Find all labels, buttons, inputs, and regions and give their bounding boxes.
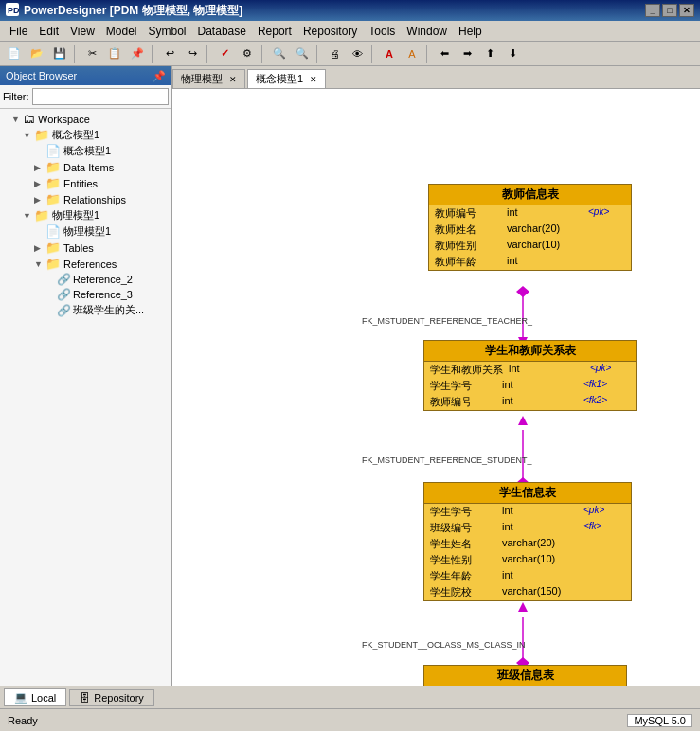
tree-item-entities[interactable]: ▶ 📁 Entities	[0, 175, 171, 191]
workspace-label: Workspace	[38, 114, 90, 125]
tab-concept[interactable]: 概念模型1 ✕	[247, 69, 326, 88]
tree-item-reference-2[interactable]: 🔗 Reference_2	[0, 272, 171, 287]
table-student-row-5: 学生年龄 int	[424, 568, 631, 584]
tab-repository-label: Repository	[94, 692, 144, 704]
minimize-button[interactable]: _	[645, 4, 660, 17]
align-right-button[interactable]: ➡	[457, 45, 477, 63]
class-student-ref-label: 班级学生的关...	[73, 303, 144, 317]
color-button[interactable]: A	[402, 45, 422, 63]
tree-item-reference-3[interactable]: 🔗 Reference_3	[0, 287, 171, 302]
align-bottom-button[interactable]: ⬇	[502, 45, 523, 63]
menu-model[interactable]: Model	[100, 23, 143, 40]
table-student-row-6: 学生院校 varchar(150)	[424, 584, 631, 600]
gen-button[interactable]: ⚙	[237, 45, 258, 63]
physical-folder-icon: 📁	[34, 208, 49, 223]
menu-window[interactable]: Window	[401, 23, 453, 40]
table-student-row-1: 学生学号 int <pk>	[424, 504, 631, 520]
menu-tools[interactable]: Tools	[363, 23, 401, 40]
db-version-badge: MySQL 5.0	[627, 714, 692, 727]
tab-local[interactable]: 💻 Local	[4, 688, 66, 706]
undo-button[interactable]: ↩	[159, 45, 180, 63]
table-student[interactable]: 学生信息表 学生学号 int <pk> 班级编号 int <fk> 学生姓名 v…	[423, 482, 632, 601]
tree-item-concept-model-folder[interactable]: ▼ 📁 概念模型1	[0, 127, 171, 143]
concept-model-folder-label: 概念模型1	[52, 128, 99, 142]
tab-physical-label: 物理模型	[181, 73, 223, 84]
menu-edit[interactable]: Edit	[33, 23, 64, 40]
tree-item-concept-model-doc[interactable]: 📄 概念模型1	[0, 143, 171, 159]
table-class[interactable]: 班级信息表 班级编号 int <pk> 班级名称 varchar(50) 班级人…	[423, 665, 627, 686]
ob-tree: ▼ 🗂 Workspace ▼ 📁 概念模型1 📄 概念模型1	[0, 109, 171, 686]
tab-physical-close[interactable]: ✕	[229, 75, 237, 84]
main-area: Object Browser 📌 Filter: ✕ ↺ ▼ 🗂 Workspa…	[0, 66, 700, 686]
tree-item-workspace[interactable]: ▼ 🗂 Workspace	[0, 111, 171, 127]
table-relation-row-2: 学生学号 int <fk1>	[424, 378, 636, 394]
menu-help[interactable]: Help	[453, 23, 488, 40]
new-button[interactable]: 📄	[4, 45, 25, 63]
maximize-button[interactable]: □	[662, 4, 677, 17]
tab-bar: 物理模型 ✕ 概念模型1 ✕ ✕	[172, 66, 700, 89]
font-button[interactable]: A	[379, 45, 400, 63]
preview-button[interactable]: 👁	[347, 45, 368, 63]
tab-repository[interactable]: 🗄 Repository	[69, 689, 154, 706]
align-left-button[interactable]: ⬅	[434, 45, 455, 63]
close-button[interactable]: ✕	[679, 4, 694, 17]
menu-repository[interactable]: Repository	[297, 23, 363, 40]
title-bar: PD PowerDesigner [PDM 物理模型, 物理模型] _ □ ✕	[0, 0, 700, 21]
check-button[interactable]: ✓	[214, 45, 235, 63]
tree-item-tables[interactable]: ▶ 📁 Tables	[0, 240, 171, 256]
tree-item-class-student-ref[interactable]: 🔗 班级学生的关...	[0, 302, 171, 318]
svg-marker-4	[516, 286, 529, 297]
copy-button[interactable]: 📋	[104, 45, 125, 63]
table-student-row-2: 班级编号 int <fk>	[424, 520, 631, 536]
ob-pin-icon[interactable]: 📌	[153, 70, 166, 82]
zoom-out-button[interactable]: 🔍	[292, 45, 313, 63]
filter-input[interactable]	[32, 88, 169, 105]
tab-concept-close[interactable]: ✕	[310, 75, 317, 84]
paste-button[interactable]: 📌	[127, 45, 148, 63]
toolbar-sep-5	[316, 45, 320, 63]
tab-physical[interactable]: 物理模型 ✕	[172, 69, 245, 88]
references-icon: 📁	[45, 257, 61, 271]
ref2-icon: 🔗	[57, 273, 71, 286]
table-teacher[interactable]: 教师信息表 教师编号 int <pk> 教师姓名 varchar(20) 教师性…	[428, 184, 632, 271]
save-button[interactable]: 💾	[49, 45, 70, 63]
canvas-wrapper[interactable]: FK_MSTUDENT_REFERENCE_TEACHER_ FK_MSTUDE…	[172, 89, 700, 686]
open-button[interactable]: 📂	[27, 45, 47, 63]
tree-item-physical-model-folder[interactable]: ▼ 📁 物理模型1	[0, 207, 171, 223]
zoom-in-button[interactable]: 🔍	[269, 45, 290, 63]
object-browser: Object Browser 📌 Filter: ✕ ↺ ▼ 🗂 Workspa…	[0, 66, 172, 686]
svg-marker-6	[518, 416, 528, 425]
cut-button[interactable]: ✂	[81, 45, 102, 63]
fk-label-teacher: FK_MSTUDENT_REFERENCE_TEACHER_	[362, 316, 533, 326]
diagram-area: 物理模型 ✕ 概念模型1 ✕ ✕ FK_MSTU	[172, 66, 700, 686]
table-student-header: 学生信息表	[424, 483, 631, 504]
data-items-icon: 📁	[45, 160, 61, 174]
toolbar-sep-7	[426, 45, 430, 63]
tree-item-relationships[interactable]: ▶ 📁 Relationships	[0, 191, 171, 207]
canvas: FK_MSTUDENT_REFERENCE_TEACHER_ FK_MSTUDE…	[172, 89, 700, 686]
concept-model-doc-label: 概念模型1	[63, 144, 111, 158]
tree-item-physical-model-doc[interactable]: 📄 物理模型1	[0, 223, 171, 240]
menu-view[interactable]: View	[64, 23, 100, 40]
concept-folder-icon: 📁	[34, 128, 49, 142]
tree-item-references[interactable]: ▼ 📁 References	[0, 256, 171, 272]
app-logo: PD	[6, 3, 19, 19]
menu-report[interactable]: Report	[252, 23, 297, 40]
relationships-label: Relationships	[63, 194, 126, 205]
table-relation[interactable]: 学生和教师关系表 学生和教师关系 int <pk> 学生学号 int <fk1>…	[423, 340, 637, 411]
table-teacher-row-3: 教师性别 varchar(10)	[429, 238, 631, 254]
tree-item-data-items[interactable]: ▶ 📁 Data Items	[0, 159, 171, 175]
tab-local-label: Local	[31, 692, 56, 704]
table-class-header: 班级信息表	[424, 666, 626, 686]
redo-button[interactable]: ↪	[182, 45, 203, 63]
svg-text:PD: PD	[8, 6, 19, 15]
ob-filter-row: Filter: ✕ ↺	[0, 85, 171, 109]
menu-file[interactable]: File	[4, 23, 33, 40]
menu-symbol[interactable]: Symbol	[143, 23, 192, 40]
physical-model-folder-label: 物理模型1	[52, 208, 99, 223]
print-button[interactable]: 🖨	[324, 45, 345, 63]
app-title: PowerDesigner [PDM 物理模型, 物理模型]	[24, 3, 645, 19]
align-top-button[interactable]: ⬆	[479, 45, 500, 63]
toolbar-sep-1	[74, 45, 78, 63]
menu-database[interactable]: Database	[192, 23, 252, 40]
